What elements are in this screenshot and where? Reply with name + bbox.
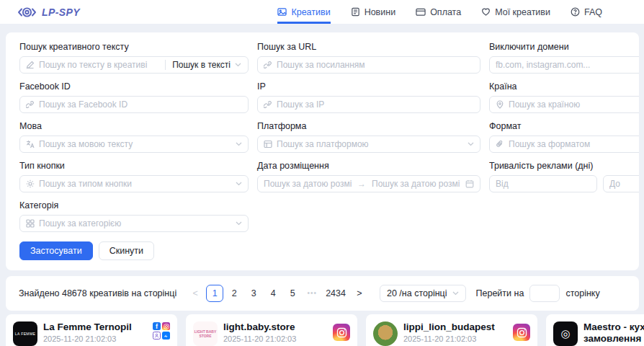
date-from-input[interactable]: [264, 179, 352, 189]
search-mode-value: Пошук в тексті: [172, 60, 231, 70]
field-label: Facebook ID: [19, 81, 249, 92]
field-language: Мова: [19, 121, 249, 153]
card-title: La Femme Ternopil: [43, 321, 132, 333]
field-format: Формат: [489, 121, 639, 153]
exclude-domains-control: [489, 56, 639, 74]
category-input[interactable]: [39, 218, 231, 229]
exclude-domains-input[interactable]: [496, 60, 639, 70]
reset-button[interactable]: Скинути: [99, 241, 154, 260]
field-label: Категорія: [19, 200, 249, 210]
format-control: [489, 136, 639, 153]
field-label: Формат: [489, 121, 639, 131]
page-button-last[interactable]: 2434: [323, 285, 349, 302]
creative-card[interactable]: LIGHT BABY STORE light.baby.store 2025-1…: [186, 314, 357, 346]
nav-tab-faq[interactable]: FAQ: [571, 0, 602, 24]
platform-select[interactable]: [257, 136, 480, 153]
field-label: Країна: [489, 81, 639, 92]
platform-input[interactable]: [277, 139, 463, 149]
page-button-3[interactable]: 3: [245, 285, 262, 302]
url-input[interactable]: [277, 60, 474, 70]
creative-text-group: Пошук в тексті: [19, 56, 249, 74]
duration-to-input[interactable]: [609, 179, 639, 189]
field-label: Мова: [19, 121, 249, 131]
instagram-icon: [162, 322, 170, 330]
creative-card[interactable]: ◎ Maestro - кухні, меблі на замовлення в…: [546, 314, 644, 346]
field-country: Країна: [489, 81, 639, 113]
calendar-icon: [465, 179, 474, 188]
facebook-icon: f: [153, 322, 161, 330]
field-label: Дата розміщення: [257, 161, 480, 171]
app-logo[interactable]: LP-SPY: [17, 0, 80, 24]
nav-label: FAQ: [584, 7, 602, 17]
page-button-2[interactable]: 2: [225, 285, 243, 302]
card-date: 2025-11-20 21:02:03: [43, 334, 132, 343]
next-page-button[interactable]: >: [351, 285, 368, 302]
country-control: [489, 96, 639, 113]
creative-card[interactable]: lippi_lion_budapest 2025-11-20 21:02:03 …: [366, 314, 537, 346]
question-icon: [571, 7, 580, 17]
instagram-icon: [333, 324, 350, 341]
field-label: IP: [257, 81, 480, 92]
heart-icon: [481, 7, 491, 17]
page-button-1[interactable]: 1: [206, 285, 223, 302]
duration-from-control: [489, 175, 597, 192]
image-icon: [277, 7, 287, 17]
facebook-id-input[interactable]: [39, 99, 242, 110]
language-input[interactable]: [39, 139, 231, 149]
date-range-picker[interactable]: →: [257, 175, 480, 192]
card-icon: [416, 7, 426, 17]
button-type-select[interactable]: [19, 175, 249, 192]
field-url: Пошук за URL: [257, 42, 480, 74]
search-mode-select[interactable]: Пошук в тексті: [165, 60, 248, 70]
eye-logo-icon: [17, 6, 37, 19]
date-to-input[interactable]: [372, 179, 460, 189]
chevron-down-icon: [236, 142, 242, 146]
field-facebook-id: Facebook ID: [19, 81, 249, 113]
field-label: Тривалість реклами (дні): [489, 161, 639, 171]
goto-prefix: Перейти на: [476, 288, 524, 298]
field-label: Платформа: [257, 121, 480, 131]
pin-icon: [496, 100, 504, 109]
card-title: Maestro - кухні, меблі на замовлення в У…: [583, 321, 644, 345]
page-size-select[interactable]: 20 /на сторінці: [380, 285, 466, 302]
category-select[interactable]: [19, 215, 249, 232]
results-bar: Знайдено 48678 креативів на сторінці < 1…: [6, 276, 639, 311]
nav-tab-payment[interactable]: Оплата: [416, 0, 461, 24]
goto-page: Перейти на сторінку: [476, 285, 600, 302]
nav-tab-my-creatives[interactable]: Мої креативи: [481, 0, 550, 24]
nav-label: Оплата: [430, 7, 461, 17]
prev-page-button[interactable]: <: [187, 285, 204, 302]
format-input[interactable]: [509, 139, 639, 149]
pagination-ellipsis[interactable]: •••: [303, 285, 321, 302]
creative-text-input[interactable]: [39, 60, 155, 70]
arrow-right-icon: →: [357, 179, 366, 189]
duration-from-input[interactable]: [496, 179, 591, 189]
chevron-down-icon: [468, 142, 474, 146]
nav-label: Новини: [365, 7, 396, 17]
card-title: light.baby.store: [223, 321, 296, 333]
apply-button[interactable]: Застосувати: [19, 241, 93, 260]
card-title: lippi_lion_budapest: [403, 321, 495, 333]
avatar: [373, 321, 398, 346]
goto-page-input[interactable]: [529, 285, 560, 302]
country-input[interactable]: [509, 99, 639, 110]
ip-input[interactable]: [277, 99, 474, 110]
page-button-4[interactable]: 4: [264, 285, 282, 302]
field-label: Тип кнопки: [19, 161, 249, 171]
language-select[interactable]: [19, 136, 249, 153]
field-ip: IP: [257, 81, 480, 113]
nav-tab-news[interactable]: Новини: [351, 0, 396, 24]
url-control: [257, 56, 480, 74]
field-category: Категорія: [19, 200, 249, 232]
page-button-5[interactable]: 5: [284, 285, 301, 302]
field-button-type: Тип кнопки: [19, 161, 249, 192]
field-exclude-domains: Виключити домени: [489, 42, 639, 74]
avatar: LA FEMME: [13, 321, 37, 346]
creative-card[interactable]: LA FEMME La Femme Ternopil 2025-11-20 21…: [6, 314, 177, 346]
button-type-input[interactable]: [39, 179, 231, 189]
paperclip-icon: [496, 140, 504, 148]
chevron-down-icon: [236, 182, 242, 186]
results-summary: Знайдено 48678 креативів на сторінці: [19, 288, 176, 298]
main-nav: Креативи Новини Оплата Мої креативи FAQ: [277, 0, 602, 24]
nav-tab-creatives[interactable]: Креативи: [277, 0, 330, 24]
